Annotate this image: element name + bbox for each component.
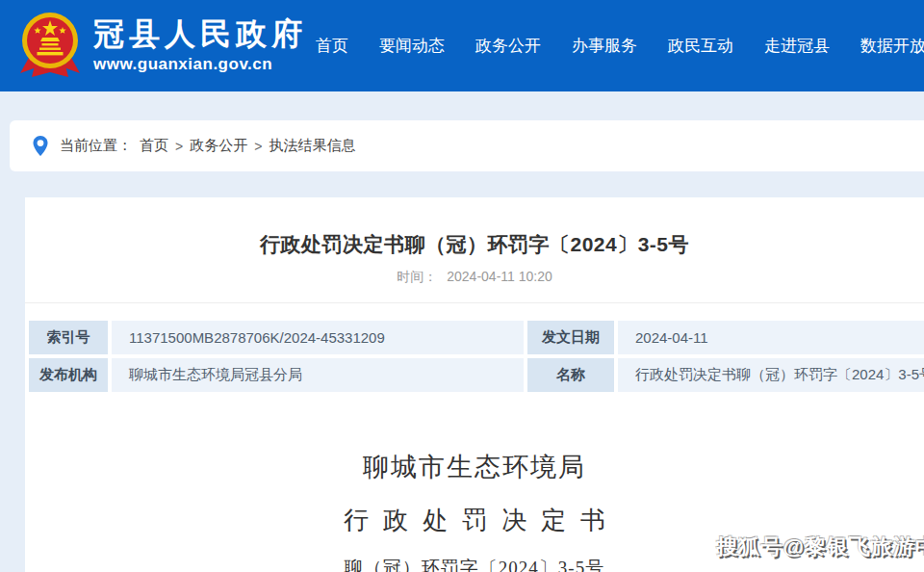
nav-item-news[interactable]: 要闻动态: [364, 35, 460, 57]
document-meta-table: 索引号 11371500MB2878706K/2024-45331209 发文日…: [29, 321, 924, 392]
nav-item-open-data[interactable]: 数据开放: [845, 35, 924, 57]
nav-item-home[interactable]: 首页: [300, 35, 364, 57]
meta-value-document-name: 行政处罚决定书聊（冠）环罚字〔2024〕3-5号: [618, 358, 924, 392]
meta-value-issuing-agency: 聊城市生态环境局冠县分局: [112, 358, 524, 392]
site-logo[interactable]: 冠县人民政府 www.guanxian.gov.cn: [19, 12, 300, 81]
breadcrumb-separator: >: [175, 139, 183, 154]
nav-item-services[interactable]: 办事服务: [556, 35, 653, 57]
breadcrumb-item-home[interactable]: 首页: [140, 137, 168, 155]
nav-item-about-guanxian[interactable]: 走进冠县: [749, 35, 845, 57]
main-nav: 首页 要闻动态 政务公开 办事服务 政民互动 走进冠县 数据开放 繁 无障碍 |: [300, 33, 924, 59]
site-name: 冠县人民政府: [93, 17, 307, 51]
meta-value-issue-date: 2024-04-11: [618, 321, 924, 354]
article-card: 行政处罚决定书聊（冠）环罚字〔2024〕3-5号 时间：2024-04-11 1…: [25, 197, 924, 572]
meta-label-issuing-agency: 发布机构: [29, 358, 108, 392]
meta-label-index-number: 索引号: [29, 321, 108, 354]
sohu-watermark: 搜狐号@黎银飞旅游中: [717, 533, 924, 561]
meta-label-issue-date: 发文日期: [527, 321, 614, 354]
nav-item-interaction[interactable]: 政民互动: [653, 35, 749, 57]
meta-value-index-number: 11371500MB2878706K/2024-45331209: [112, 321, 524, 354]
page-title: 行政处罚决定书聊（冠）环罚字〔2024〕3-5号: [25, 231, 924, 258]
site-header: 冠县人民政府 www.guanxian.gov.cn 首页 要闻动态 政务公开 …: [0, 0, 924, 91]
site-url: www.guanxian.gov.cn: [93, 55, 307, 74]
document-agency-line: 聊城市生态环境局: [25, 450, 924, 484]
publish-time-label: 时间：: [397, 269, 437, 284]
meta-label-document-name: 名称: [527, 358, 614, 392]
nav-item-gov-affairs[interactable]: 政务公开: [460, 35, 556, 57]
publish-time: 时间：2024-04-11 10:20: [25, 269, 924, 286]
location-pin-icon: [32, 135, 49, 157]
breadcrumb-prefix: 当前位置：: [60, 137, 132, 155]
national-emblem-icon: [19, 12, 81, 81]
title-divider: [25, 302, 924, 303]
breadcrumb-item-enforcement-results[interactable]: 执法结果信息: [269, 137, 355, 155]
breadcrumb: 当前位置： 首页 > 政务公开 > 执法结果信息: [10, 120, 924, 171]
breadcrumb-separator: >: [254, 139, 262, 154]
site-title-block: 冠县人民政府 www.guanxian.gov.cn: [93, 17, 307, 74]
breadcrumb-item-gov-affairs[interactable]: 政务公开: [190, 137, 247, 155]
publish-time-value: 2024-04-11 10:20: [447, 269, 552, 284]
